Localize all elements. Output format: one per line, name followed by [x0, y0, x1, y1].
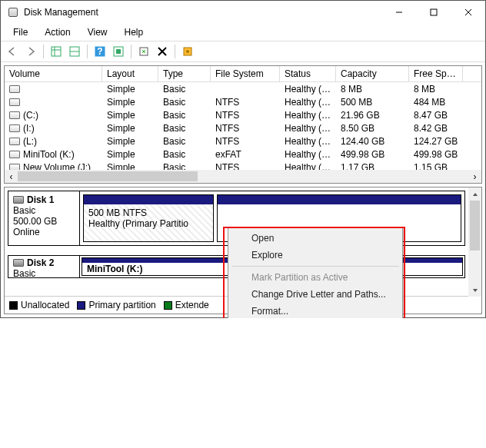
- menu-action[interactable]: Action: [37, 25, 78, 39]
- disk-name: Disk 1: [27, 194, 54, 205]
- drive-icon: [9, 98, 20, 106]
- back-button[interactable]: [4, 43, 21, 60]
- volume-row[interactable]: SimpleBasicNTFSHealthy (P...500 MB484 MB: [5, 95, 481, 108]
- col-free[interactable]: Free Spa...: [409, 66, 463, 81]
- volume-row[interactable]: New Volume (J:)SimpleBasicNTFSHealthy (P…: [5, 161, 481, 170]
- ctx-change-letter[interactable]: Change Drive Letter and Paths...: [251, 286, 401, 303]
- scroll-left-icon[interactable]: ‹: [5, 170, 18, 183]
- ctx-open[interactable]: Open: [251, 230, 401, 247]
- disk-size: 500.00 GB: [13, 216, 75, 227]
- partition-size: 500 MB NTFS: [88, 207, 208, 218]
- settings-icon[interactable]: [110, 43, 127, 60]
- disk-info: Disk 1 Basic 500.00 GB Online: [8, 191, 80, 245]
- disk-state: Online: [13, 227, 75, 237]
- drive-icon: [9, 138, 20, 145]
- disk-icon: [13, 259, 24, 267]
- delete-icon[interactable]: [154, 43, 171, 60]
- vertical-scrollbar[interactable]: [468, 187, 481, 297]
- col-status[interactable]: Status: [280, 66, 336, 81]
- legend-extended: Extende: [175, 300, 209, 310]
- toolbar: ?: [1, 41, 485, 62]
- disk-type: Basic: [13, 205, 75, 216]
- ctx-explore[interactable]: Explore: [251, 247, 401, 264]
- scroll-right-icon[interactable]: ›: [468, 170, 481, 183]
- volume-row[interactable]: (I:)SimpleBasicNTFSHealthy (L...8.50 GB8…: [5, 121, 481, 134]
- col-filesystem[interactable]: File System: [211, 66, 280, 81]
- refresh-icon[interactable]: [135, 43, 152, 60]
- drive-icon: [9, 151, 20, 158]
- legend-unallocated-icon: [9, 301, 18, 310]
- menu-file[interactable]: File: [5, 25, 35, 39]
- properties-icon[interactable]: [179, 43, 196, 60]
- partition-selected[interactable]: 500 MB NTFS Healthy (Primary Partitio: [83, 194, 214, 242]
- col-layout[interactable]: Layout: [102, 66, 158, 81]
- view-list-icon[interactable]: [48, 43, 65, 60]
- menubar: File Action View Help: [1, 24, 485, 41]
- volume-row[interactable]: MiniTool (K:)SimpleBasicexFATHealthy (P.…: [5, 148, 481, 161]
- window-title: Disk Management: [24, 7, 381, 18]
- app-icon: [7, 6, 19, 18]
- disk-type: Basic: [13, 268, 75, 279]
- ctx-format[interactable]: Format...: [251, 303, 401, 318]
- volume-row[interactable]: (L:)SimpleBasicNTFSHealthy (P...124.40 G…: [5, 134, 481, 148]
- drive-icon: [9, 164, 20, 171]
- minimize-button[interactable]: [381, 2, 416, 24]
- col-capacity[interactable]: Capacity: [336, 66, 409, 81]
- disk-icon: [13, 196, 24, 204]
- svg-rect-12: [116, 49, 121, 54]
- ctx-mark-active[interactable]: Mark Partition as Active: [251, 269, 401, 286]
- scroll-thumb[interactable]: [18, 171, 198, 181]
- horizontal-scrollbar[interactable]: ‹ ›: [5, 170, 481, 183]
- maximize-button[interactable]: [416, 2, 451, 24]
- partition-label: MiniTool (K:): [87, 264, 142, 274]
- menu-view[interactable]: View: [80, 25, 115, 39]
- volume-row[interactable]: (C:)SimpleBasicNTFSHealthy (B...21.96 GB…: [5, 108, 481, 121]
- close-button[interactable]: [451, 2, 485, 24]
- scroll-down-icon[interactable]: [468, 284, 481, 297]
- svg-point-15: [186, 50, 189, 53]
- svg-text:?: ?: [97, 46, 102, 57]
- partition-status: Healthy (Primary Partitio: [88, 218, 208, 229]
- svg-rect-4: [52, 47, 61, 56]
- legend-unallocated: Unallocated: [21, 300, 69, 310]
- scroll-thumb[interactable]: [470, 201, 480, 251]
- help-icon[interactable]: ?: [92, 43, 108, 60]
- col-volume[interactable]: Volume: [5, 66, 102, 81]
- col-type[interactable]: Type: [158, 66, 211, 81]
- scroll-up-icon[interactable]: [468, 187, 481, 201]
- disk-name: Disk 2: [27, 257, 54, 268]
- column-headers: Volume Layout Type File System Status Ca…: [5, 66, 481, 82]
- legend-primary: Primary partition: [88, 300, 155, 310]
- forward-button[interactable]: [22, 43, 39, 60]
- view-graphical-icon[interactable]: [66, 43, 83, 60]
- legend-primary-icon: [77, 301, 85, 310]
- disk-management-window: Disk Management File Action View Help ? …: [0, 0, 486, 318]
- legend-extended-icon: [164, 301, 172, 310]
- volume-row[interactable]: SimpleBasicHealthy (P...8 MB8 MB: [5, 82, 481, 95]
- menu-help[interactable]: Help: [117, 25, 151, 39]
- context-menu: Open Explore Mark Partition as Active Ch…: [228, 227, 403, 318]
- volume-list: Volume Layout Type File System Status Ca…: [4, 65, 482, 184]
- titlebar: Disk Management: [1, 1, 485, 24]
- drive-icon: [9, 85, 20, 93]
- disk-info: Disk 2 Basic: [8, 256, 80, 277]
- drive-icon: [9, 124, 20, 132]
- drive-icon: [9, 111, 20, 119]
- svg-rect-1: [431, 9, 437, 15]
